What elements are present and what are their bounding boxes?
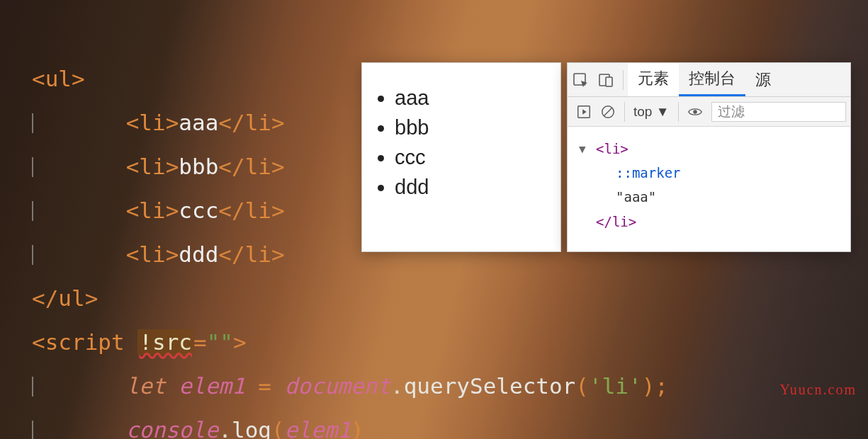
list-item: ddd — [395, 172, 548, 202]
tab-elements[interactable]: 元素 — [628, 63, 679, 96]
browser-preview-panel: aaa bbb ccc ddd — [361, 62, 561, 252]
eye-icon[interactable] — [687, 104, 703, 120]
device-toggle-icon[interactable] — [597, 72, 614, 89]
clear-console-icon[interactable] — [600, 104, 616, 120]
list-item: aaa — [395, 83, 548, 113]
expand-arrow-icon[interactable]: ▼ — [579, 139, 586, 160]
screenshot-root: <ul> <li>aaa</li> <li>bbb</li> <li>ccc</… — [0, 0, 868, 439]
dom-tree-open-tag[interactable]: <li> — [596, 137, 842, 161]
devtools-panel: 元素 控制台 源 top ▼ 过滤 ▼ <li> ::marker "aaa" … — [567, 62, 851, 252]
list-item: bbb — [395, 113, 548, 142]
devtools-tabbar: 元素 控制台 源 — [568, 63, 850, 97]
dom-tree-text[interactable]: "aaa" — [596, 185, 842, 209]
preview-list: aaa bbb ccc ddd — [395, 83, 548, 202]
separator — [623, 70, 624, 90]
dom-tree-marker[interactable]: ::marker — [596, 161, 842, 185]
inspect-element-icon[interactable] — [572, 72, 589, 89]
filter-input[interactable]: 过滤 — [711, 102, 846, 122]
dom-tree-close-tag[interactable]: </li> — [596, 210, 842, 234]
watermark-text: Yuucn.com — [779, 382, 857, 398]
svg-point-6 — [693, 110, 697, 114]
tab-sources[interactable]: 源 — [745, 63, 781, 96]
svg-rect-2 — [606, 77, 612, 86]
list-item: ccc — [395, 142, 548, 172]
separator — [678, 102, 679, 122]
context-selector[interactable]: top ▼ — [633, 104, 670, 120]
play-icon[interactable] — [576, 104, 592, 120]
separator — [624, 102, 625, 122]
console-output[interactable]: ▼ <li> ::marker "aaa" </li> — [568, 127, 850, 239]
tab-console[interactable]: 控制台 — [679, 63, 745, 96]
chevron-down-icon: ▼ — [656, 104, 670, 120]
devtools-toolbar: top ▼ 过滤 — [568, 97, 850, 127]
svg-line-5 — [604, 108, 612, 115]
